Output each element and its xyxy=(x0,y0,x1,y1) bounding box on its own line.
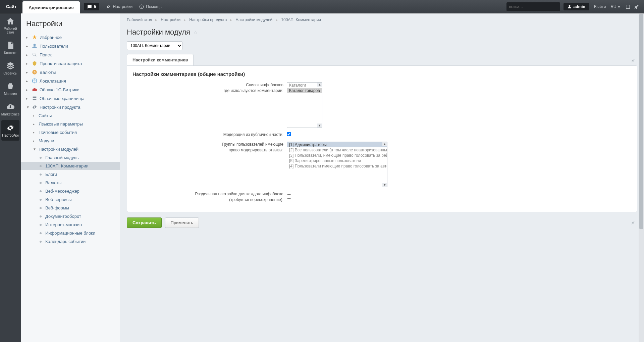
moderation-checkbox[interactable] xyxy=(287,132,291,136)
chevron-icon: ▸ xyxy=(26,70,30,74)
maximize-icon[interactable] xyxy=(625,4,631,9)
iblock-option[interactable]: Каталоги xyxy=(287,83,322,88)
breadcrumb-link[interactable]: Настройки продукта xyxy=(189,17,227,22)
svg-text:?: ? xyxy=(141,5,143,8)
group-option[interactable]: [2] Все пользователи (в том числе неавто… xyxy=(287,147,387,153)
globe-icon xyxy=(32,78,37,84)
topbar-settings-link[interactable]: Настройки xyxy=(104,3,135,10)
star-icon xyxy=(32,35,37,40)
pin-icon[interactable] xyxy=(629,218,637,228)
sidebar-module-9[interactable]: Информационные блоки xyxy=(21,229,120,237)
search-icon xyxy=(32,52,37,57)
svg-rect-6 xyxy=(33,97,37,98)
topbar-search[interactable] xyxy=(506,2,560,11)
group-option[interactable]: [3] Пользователи, имеющие право голосова… xyxy=(287,153,387,158)
sidebar-module-0[interactable]: Главный модуль xyxy=(21,153,120,162)
rail-content[interactable]: Контент xyxy=(0,38,21,58)
chevron-icon: ▸ xyxy=(26,44,30,48)
breadcrumb-link[interactable]: Настройки модулей xyxy=(235,17,272,22)
bullet-icon xyxy=(40,157,42,159)
site-tab[interactable]: Сайт xyxy=(0,0,22,13)
bullet-icon xyxy=(40,232,42,234)
groups-multiselect[interactable]: ▲ [1] Администраторы[2] Все пользователи… xyxy=(287,142,387,187)
breadcrumb-link[interactable]: 100АП. Комментарии xyxy=(281,17,321,22)
sidebar-subitem-0[interactable]: ▸Сайты xyxy=(21,111,120,120)
sidebar-subitem-4[interactable]: ▼Настройки модулей xyxy=(21,145,120,153)
breadcrumb: Рабочий стол▸Настройки▸Настройки продукт… xyxy=(120,13,644,25)
sidebar-item-7[interactable]: ▸Облачные хранилища xyxy=(21,94,120,103)
sidebar-item-5[interactable]: ▸Локализация xyxy=(21,77,120,85)
admin-tab[interactable]: Администрирование xyxy=(22,1,80,13)
sidebar-module-5[interactable]: Веб-сервисы xyxy=(21,195,120,204)
logout-link[interactable]: Выйти xyxy=(594,4,606,9)
chevron-icon: ▸ xyxy=(26,62,30,65)
pin-icon[interactable] xyxy=(629,56,637,65)
bullet-icon xyxy=(40,182,42,184)
notifications-badge[interactable]: 5 xyxy=(84,3,100,10)
sidebar-module-4[interactable]: Веб-мессенджер xyxy=(21,187,120,195)
sidebar-module-3[interactable]: Валюты xyxy=(21,179,120,187)
sidebar-subitem-2[interactable]: ▸Почтовые события xyxy=(21,128,120,137)
iblock-option[interactable]: Каталог товаров xyxy=(287,88,322,93)
chat-icon xyxy=(87,4,92,9)
rail-services[interactable]: Сервисы xyxy=(0,58,21,79)
scroll-up-icon[interactable]: ▲ xyxy=(382,142,387,146)
chevron-icon: ▼ xyxy=(33,147,36,151)
scroll-up-icon[interactable]: ▲ xyxy=(317,83,322,87)
module-select[interactable]: 100АП. Комментарии xyxy=(127,41,182,50)
sidebar-item-6[interactable]: ▸Облако 1С-Битрикс xyxy=(21,85,120,94)
save-button[interactable]: Сохранить xyxy=(127,217,162,228)
bullet-icon xyxy=(40,165,42,167)
sidebar-item-2[interactable]: ▸Поиск xyxy=(21,50,120,59)
basket-icon xyxy=(6,82,15,91)
apply-button[interactable]: Применить xyxy=(165,217,199,228)
group-option[interactable]: [1] Администраторы xyxy=(287,142,387,147)
lang-selector[interactable]: RU ▼ xyxy=(610,4,621,9)
rail-settings[interactable]: Настройки xyxy=(1,120,19,141)
sidebar-module-8[interactable]: Интернет-магазин xyxy=(21,221,120,229)
sidebar-module-1[interactable]: 100АП. Комментарии xyxy=(21,162,120,170)
rail-desktop[interactable]: Рабочий стол xyxy=(0,13,21,38)
separate-checkbox[interactable] xyxy=(287,194,291,199)
scrollbar[interactable] xyxy=(639,13,644,342)
iblocks-multiselect[interactable]: ▲ КаталогиКаталог товаров▼ xyxy=(287,82,322,128)
sidebar-item-8[interactable]: ▼Настройки продукта xyxy=(21,103,120,111)
group-option[interactable]: [5] Зарегистрированные пользователи xyxy=(287,158,387,163)
pin-icon[interactable] xyxy=(634,4,639,9)
sidebar-module-10[interactable]: Календарь событий xyxy=(21,237,120,246)
chevron-icon: ▸ xyxy=(33,114,36,117)
breadcrumb-link[interactable]: Настройки xyxy=(161,17,180,22)
scroll-down-icon[interactable]: ▼ xyxy=(317,124,322,128)
sidebar-module-6[interactable]: Веб-формы xyxy=(21,204,120,212)
document-icon xyxy=(6,41,15,50)
settings-panel: Настройки комментариев (общие настройки)… xyxy=(127,65,637,212)
sidebar-module-7[interactable]: Документооборот xyxy=(21,212,120,221)
sidebar-item-1[interactable]: ▸Пользователи xyxy=(21,42,120,50)
tab-comment-settings[interactable]: Настройки комментариев xyxy=(127,54,194,65)
sidebar-subitem-1[interactable]: ▸Языковые параметры xyxy=(21,120,120,128)
group-option[interactable]: [4] Пользователи имеющие право голосоват… xyxy=(287,163,387,169)
breadcrumb-link[interactable]: Рабочий стол xyxy=(127,17,152,22)
label-separate: Раздельная настройка для каждого инфобло… xyxy=(132,191,287,203)
scroll-down-icon[interactable]: ▼ xyxy=(382,183,387,187)
chevron-icon: ▸ xyxy=(26,79,30,83)
sidebar-item-0[interactable]: ▸Избранное xyxy=(21,33,120,42)
sidebar-module-2[interactable]: Блоги xyxy=(21,170,120,179)
topbar: Сайт Администрирование 5 Настройки ? Пом… xyxy=(0,0,644,13)
page-title: Настройки модуля xyxy=(127,28,190,37)
sidebar-item-4[interactable]: ▸$Валюты xyxy=(21,68,120,77)
layers-icon xyxy=(6,61,15,70)
svg-rect-2 xyxy=(626,5,630,8)
help-icon: ? xyxy=(139,4,144,9)
favorite-star-icon[interactable]: ☆ xyxy=(194,30,198,35)
chevron-icon: ▸ xyxy=(26,88,30,92)
user-button[interactable]: admin xyxy=(564,3,589,10)
rail-marketplace[interactable]: Marketplace xyxy=(0,99,21,119)
sidebar-subitem-3[interactable]: ▸Модули xyxy=(21,137,120,145)
sidebar-item-3[interactable]: ▸Проактивная защита xyxy=(21,59,120,68)
search-input[interactable] xyxy=(509,4,559,9)
topbar-help-link[interactable]: ? Помощь xyxy=(137,3,163,10)
rail-shop[interactable]: Магазин xyxy=(0,79,21,99)
svg-rect-7 xyxy=(33,99,37,100)
svg-text:$: $ xyxy=(34,70,36,74)
